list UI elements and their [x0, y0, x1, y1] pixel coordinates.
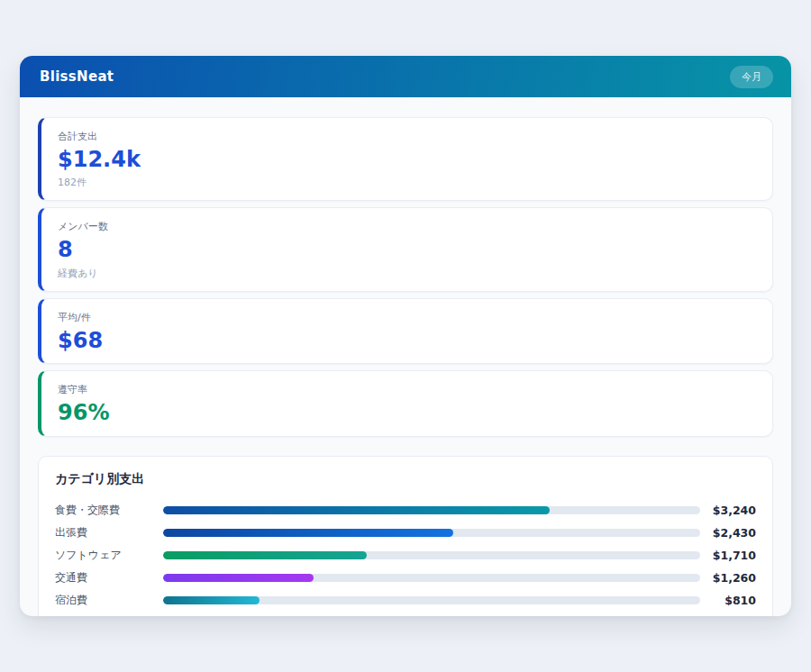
stat-card-compliance-rate: 遵守率 96% — [38, 370, 773, 436]
dashboard-panel: BlissNeat 今月 合計支出 $12.4k 182件 メンバー数 8 経費… — [20, 56, 791, 616]
category-row: 食費・交際費 $3,240 — [55, 499, 756, 522]
stat-label: 平均/件 — [58, 311, 756, 324]
stat-value: 96% — [58, 401, 756, 424]
category-label: 出張費 — [55, 525, 163, 540]
stat-value: $68 — [58, 329, 756, 352]
stat-label: 合計支出 — [58, 130, 756, 143]
panel-body: 合計支出 $12.4k 182件 メンバー数 8 経費あり 平均/件 $68 遵… — [20, 97, 791, 616]
category-value: $2,430 — [700, 526, 756, 540]
stat-subtext: 経費あり — [58, 267, 756, 280]
category-label: ソフトウェア — [55, 548, 163, 563]
bar-track — [163, 529, 700, 537]
stat-card-total-spend: 合計支出 $12.4k 182件 — [38, 117, 773, 201]
period-badge[interactable]: 今月 — [730, 66, 773, 88]
bar-track — [163, 596, 700, 604]
category-breakdown-card: カテゴリ別支出 食費・交際費 $3,240 出張費 $2,430 ソフトウェア … — [38, 456, 773, 616]
stat-value: 8 — [58, 238, 756, 261]
category-label: 交通費 — [55, 570, 163, 586]
category-value: $810 — [700, 594, 756, 607]
category-label: 宿泊費 — [55, 593, 163, 608]
bar-track — [163, 574, 700, 582]
bar-track — [163, 506, 700, 514]
category-row: 出張費 $2,430 — [55, 522, 756, 544]
bar-track — [163, 551, 700, 559]
stat-subtext: 182件 — [58, 176, 756, 189]
category-value: $1,710 — [700, 549, 756, 562]
category-value: $1,260 — [700, 571, 756, 585]
stat-label: メンバー数 — [58, 220, 756, 233]
stat-card-average-per-item: 平均/件 $68 — [38, 298, 773, 364]
category-section-title: カテゴリ別支出 — [55, 471, 756, 487]
stat-value: $12.4k — [58, 148, 756, 171]
category-value: $3,240 — [700, 504, 756, 517]
bar-fill — [163, 506, 550, 514]
stat-label: 遵守率 — [58, 383, 756, 396]
stat-card-member-count: メンバー数 8 経費あり — [38, 207, 773, 291]
category-row: 宿泊費 $810 — [55, 589, 756, 612]
bar-fill — [163, 596, 260, 604]
bar-fill — [163, 551, 367, 559]
app-title: BlissNeat — [40, 68, 114, 85]
bar-fill — [163, 574, 314, 582]
category-row: ソフトウェア $1,710 — [55, 544, 756, 567]
category-label: 食費・交際費 — [55, 503, 163, 518]
category-row: 交通費 $1,260 — [55, 567, 756, 589]
bar-fill — [163, 529, 453, 537]
app-header: BlissNeat 今月 — [20, 56, 791, 97]
